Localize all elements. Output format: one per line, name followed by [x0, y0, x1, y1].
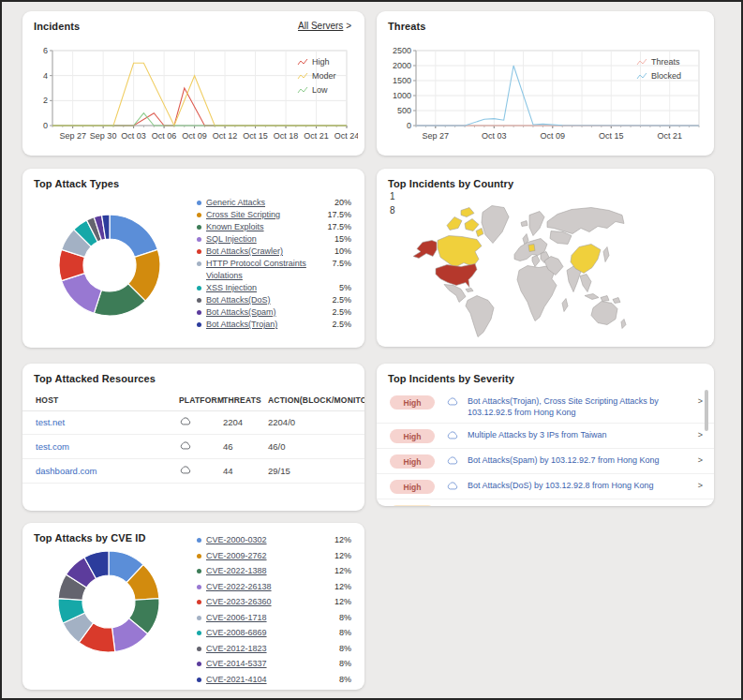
map-country-italy [532, 256, 540, 267]
svg-text:Oct 18: Oct 18 [274, 131, 299, 141]
legend-percent: 20% [334, 197, 351, 209]
host-link[interactable]: dashboard.com [36, 466, 97, 476]
incident-link-text[interactable]: Multiple Attacks by 211.75.180.97 from T… [468, 505, 698, 506]
cve-legend: CVE-2000-030212%CVE-2009-276212%CVE-2022… [197, 534, 351, 689]
svg-text:500: 500 [397, 106, 411, 115]
action-cell: 2204/0 [268, 417, 364, 427]
map-country-canada-arctic-1 [447, 217, 462, 231]
legend-item: CVE-2021-41048% [197, 674, 351, 686]
legend-label-link[interactable]: HTTP Protocol Constraints Violations [206, 258, 326, 282]
map-country-russia [547, 208, 624, 234]
severity-incident-row[interactable]: HighBot Attacks(Spam) by 103.12.92.7 fro… [377, 449, 714, 474]
legend-label-link[interactable]: Bot Attacks(Trojan) [206, 319, 326, 331]
severity-incident-row[interactable]: HighMultiple Attacks by 3 IPs from Taiwa… [377, 424, 714, 449]
threats-title: Threats [388, 21, 425, 32]
action-cell: 46/0 [268, 441, 364, 452]
legend-label-link[interactable]: CVE-2022-26138 [206, 581, 329, 593]
all-servers-arrow: > [346, 21, 351, 31]
legend-label-link[interactable]: CVE-2009-2762 [206, 550, 329, 562]
legend-dot [197, 225, 201, 230]
legend-percent: 8% [339, 674, 351, 686]
legend-label-link[interactable]: CVE-2000-0302 [206, 534, 329, 546]
all-servers-link[interactable]: All Servers > [298, 21, 351, 31]
cloud-icon [179, 465, 192, 475]
legend-label-link[interactable]: SQL Injection [206, 233, 329, 246]
host-link[interactable]: test.com [36, 441, 69, 452]
chevron-right-icon: > [698, 396, 703, 406]
legend-percent: 8% [339, 612, 351, 624]
svg-text:1500: 1500 [393, 76, 411, 85]
cloud-icon [179, 440, 192, 451]
severity-incident-row[interactable]: HighBot Attacks(Trojan), Cross Site Scri… [377, 390, 714, 424]
legend-label-link[interactable]: CVE-2012-1823 [206, 643, 334, 655]
legend-label-link[interactable]: CVE-2014-5337 [206, 658, 334, 670]
legend-label-link[interactable]: Generic Attacks [206, 197, 329, 209]
legend-item: Cross Site Scripting17.5% [197, 209, 351, 221]
legend-item: CVE-2012-18238% [197, 643, 351, 655]
legend-percent: 12% [334, 550, 351, 562]
donut-slice [110, 215, 157, 257]
svg-text:High: High [312, 57, 330, 67]
severity-incident-row[interactable]: HighBot Attacks(DoS) by 103.12.92.8 from… [377, 474, 714, 499]
svg-text:Oct 09: Oct 09 [182, 131, 207, 141]
severity-badge: High [390, 454, 435, 469]
chevron-right-icon: > [698, 455, 703, 465]
legend-dot [197, 600, 201, 604]
incident-link-text[interactable]: Bot Attacks(Spam) by 103.12.92.7 from Ho… [468, 454, 698, 466]
incidents-line-chart: 0246Sep 27Sep 30Oct 03Oct 06Oct 09Oct 12… [28, 36, 358, 150]
legend-item: Generic Attacks20% [197, 197, 351, 209]
legend-label-link[interactable]: XSS Injection [206, 282, 334, 294]
platform-cell [179, 440, 223, 453]
legend-percent: 5% [339, 282, 351, 294]
attacked-resources-panel: Top Attacked Resources HOSTPLATFORMTHREA… [22, 364, 364, 511]
legend-item: CVE-2014-53378% [197, 658, 351, 670]
legend-label-link[interactable]: Bot Attacks(DoS) [206, 294, 326, 306]
legend-label-link[interactable]: CVE-2021-4104 [206, 674, 334, 686]
svg-text:Blocked: Blocked [651, 71, 681, 81]
legend-percent: 17.5% [327, 221, 351, 233]
host-link[interactable]: test.net [36, 417, 65, 427]
map-country-mexico [444, 285, 466, 303]
legend-label-link[interactable]: CVE-2008-6869 [206, 627, 334, 639]
legend-dot [197, 647, 201, 651]
chevron-right-icon: > [698, 430, 703, 439]
incident-link-text[interactable]: Multiple Attacks by 3 IPs from Taiwan [468, 429, 698, 440]
legend-percent: 2.5% [332, 294, 351, 306]
map-country-madagascar [562, 299, 568, 312]
legend-percent: 15% [334, 233, 351, 246]
svg-text:2000: 2000 [393, 61, 411, 70]
svg-text:4: 4 [43, 71, 48, 81]
incident-link-text[interactable]: Bot Attacks(Trojan), Cross Site Scriptin… [468, 395, 698, 418]
map-country-alaska [413, 241, 437, 259]
legend-label-link[interactable]: CVE-2022-1388 [206, 565, 329, 577]
action-cell: 29/15 [268, 466, 364, 476]
legend-item: Known Exploits17.5% [197, 221, 351, 233]
map-country-png [613, 298, 620, 304]
legend-dot [197, 662, 201, 666]
legend-label-link[interactable]: Known Exploits [206, 221, 321, 233]
cloud-icon [179, 416, 192, 426]
incident-link-text[interactable]: Bot Attacks(DoS) by 103.12.92.8 from Hon… [468, 480, 698, 491]
legend-label-link[interactable]: CVE-2023-26360 [206, 596, 329, 608]
legend-label-link[interactable]: CVE-2006-1718 [206, 612, 334, 624]
legend-dot [197, 237, 201, 242]
svg-text:2500: 2500 [393, 46, 411, 55]
svg-text:Oct 12: Oct 12 [213, 131, 238, 141]
severity-incident-row[interactable]: ModerateMultiple Attacks by 211.75.180.9… [377, 499, 714, 506]
map-region-central-asia [550, 231, 572, 245]
legend-label-link[interactable]: Bot Attacks(Crawler) [206, 246, 329, 258]
map-country-canada-arctic-4 [476, 229, 483, 237]
table-row: test.com4646/0 [22, 435, 364, 459]
legend-label-link[interactable]: Bot Attacks(Spam) [206, 306, 326, 319]
chevron-right-icon: > [698, 481, 703, 490]
severity-scrollbar[interactable] [705, 390, 708, 431]
legend-percent: 2.5% [332, 306, 351, 319]
attacks-by-cve-panel: Top Attacks by CVE ID CVE-2000-030212%CV… [22, 523, 364, 690]
map-country-germany [528, 245, 535, 252]
attack-types-title: Top Attack Types [34, 178, 119, 189]
legend-dot [197, 631, 201, 635]
map-country-japan [603, 247, 609, 262]
map-country-new-zealand [621, 320, 626, 329]
legend-label-link[interactable]: Cross Site Scripting [206, 209, 321, 221]
severity-badge: High [390, 480, 435, 494]
